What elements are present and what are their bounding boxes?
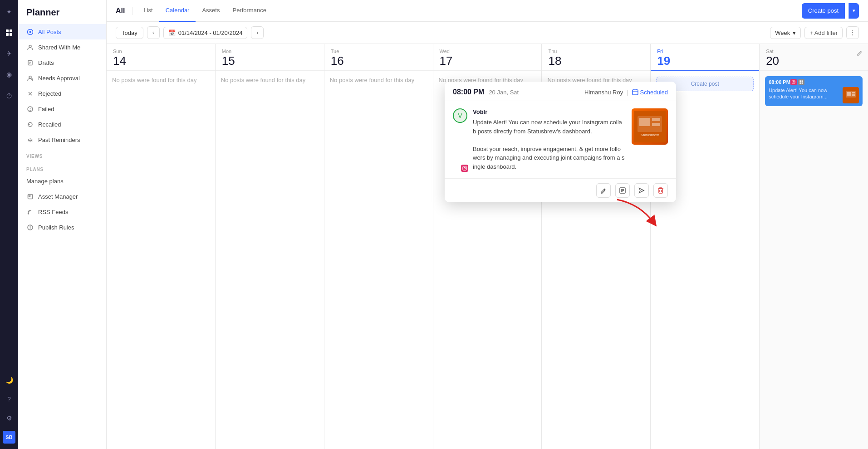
- edit-day-button[interactable]: [854, 48, 864, 58]
- day-name-sun: Sun: [113, 49, 209, 54]
- week-label: Week: [775, 29, 790, 36]
- date-range-label: 01/14/2024 - 01/20/2024: [178, 29, 243, 36]
- planner-icon[interactable]: [3, 26, 15, 39]
- day-header-fri: Fri 19: [651, 44, 759, 71]
- tab-performance[interactable]: Performance: [226, 0, 272, 22]
- help-icon[interactable]: ?: [3, 393, 15, 405]
- svg-rect-35: [633, 90, 638, 95]
- rejected-icon: [26, 90, 34, 97]
- drafts-icon: [26, 59, 34, 66]
- sidebar-item-needs-approval[interactable]: Needs Approval: [18, 70, 106, 86]
- send-icon[interactable]: ✈: [3, 47, 15, 60]
- sidebar-item-shared-with-me[interactable]: Shared With Me: [18, 39, 106, 55]
- instagram-icon: [790, 79, 797, 85]
- sidebar-item-past-reminders[interactable]: Past Reminders: [18, 132, 106, 147]
- logo-icon[interactable]: ✦: [3, 5, 15, 18]
- more-options-button[interactable]: ⋮: [846, 26, 859, 39]
- popup-assignee: Himanshu Roy: [584, 89, 623, 96]
- create-post-button[interactable]: Create post: [802, 3, 845, 19]
- day-col-tue: Tue 16 No posts were found for this day: [324, 44, 433, 449]
- day-num-mon: 15: [222, 55, 318, 67]
- sidebar-item-failed[interactable]: Failed: [18, 101, 106, 117]
- day-body-mon: No posts were found for this day: [216, 71, 324, 449]
- day-header-tue: Tue 16: [324, 44, 433, 71]
- add-filter-button[interactable]: + Add filter: [804, 27, 843, 39]
- day-num-sat: 20: [766, 55, 862, 67]
- sidebar-item-all-posts[interactable]: All Posts: [18, 24, 106, 39]
- post-card-time: 08:00 PM: [769, 79, 790, 85]
- post-card-image: [843, 87, 859, 103]
- messages-icon[interactable]: ◉: [3, 68, 15, 81]
- popup-delete-button[interactable]: [653, 183, 668, 198]
- svg-rect-26: [799, 80, 801, 82]
- day-name-fri: Fri: [657, 49, 753, 54]
- sidebar-item-manage-plans[interactable]: Manage plans: [18, 174, 106, 189]
- tab-list[interactable]: List: [137, 0, 159, 22]
- moon-icon[interactable]: 🌙: [3, 374, 15, 386]
- svg-rect-44: [639, 118, 650, 126]
- popup-status-label: Scheduled: [640, 89, 668, 96]
- popup-time: 08:00 PM: [453, 88, 484, 96]
- day-header-sun: Sun 14: [107, 44, 215, 71]
- sidebar-needs-approval-label: Needs Approval: [38, 75, 80, 82]
- popup-separator: |: [627, 89, 628, 96]
- grid-post-icon: [798, 79, 804, 85]
- svg-point-15: [29, 110, 30, 110]
- post-card-sat[interactable]: 08:00 PM Update Alert! Y: [765, 76, 863, 106]
- asset-manager-label: Asset Manager: [38, 193, 78, 200]
- day-body-sun: No posts were found for this day: [107, 71, 215, 449]
- create-post-dropdown-button[interactable]: ▾: [848, 3, 859, 19]
- popup-footer: [445, 178, 676, 202]
- svg-point-40: [464, 167, 465, 169]
- svg-point-24: [793, 81, 794, 83]
- popup-edit-button[interactable]: [596, 183, 611, 198]
- day-name-tue: Tue: [331, 49, 427, 54]
- svg-marker-52: [639, 188, 644, 193]
- popup-post-image: Statusbrew: [632, 108, 668, 145]
- today-button[interactable]: Today: [116, 27, 143, 39]
- user-avatar-icon[interactable]: SB: [3, 431, 15, 444]
- tab-assets[interactable]: Assets: [196, 0, 226, 22]
- next-week-button[interactable]: ›: [251, 26, 264, 39]
- sidebar-item-recalled[interactable]: Recalled: [18, 117, 106, 132]
- popup-header: 08:00 PM 20 Jan, Sat Himanshu Roy | Sche…: [445, 82, 676, 101]
- sidebar-failed-label: Failed: [38, 106, 54, 112]
- day-num-wed: 17: [440, 55, 535, 67]
- sidebar-drafts-label: Drafts: [38, 59, 54, 66]
- popup-share-button[interactable]: [615, 183, 630, 198]
- svg-rect-23: [792, 81, 795, 84]
- tab-calendar[interactable]: Calendar: [159, 0, 196, 22]
- calendar-icon: 📅: [168, 29, 176, 36]
- day-body-tue: No posts were found for this day: [324, 71, 433, 449]
- day-col-sat: Sat 20 08:00 PM: [760, 44, 868, 449]
- sidebar-item-drafts[interactable]: Drafts: [18, 55, 106, 70]
- popup-platform-icon: [461, 165, 468, 172]
- publish-rules-label: Publish Rules: [38, 224, 74, 231]
- week-dropdown-icon: ▾: [793, 29, 796, 36]
- date-range-button[interactable]: 📅 01/14/2024 - 01/20/2024: [163, 27, 248, 39]
- publish-rules-icon: [26, 224, 34, 231]
- prev-week-button[interactable]: ‹: [147, 26, 160, 39]
- day-num-tue: 16: [331, 55, 427, 67]
- sidebar-item-asset-manager[interactable]: Asset Manager: [18, 189, 106, 204]
- history-icon[interactable]: ◷: [3, 89, 15, 102]
- svg-point-5: [29, 31, 31, 33]
- week-view-select[interactable]: Week ▾: [770, 27, 801, 39]
- settings-icon[interactable]: ⚙: [3, 412, 15, 425]
- sidebar-item-publish-rules[interactable]: Publish Rules: [18, 220, 106, 235]
- calendar-toolbar-right: Week ▾ + Add filter ⋮: [770, 26, 859, 39]
- views-section-label: VIEWS: [18, 147, 106, 161]
- svg-rect-45: [652, 118, 660, 121]
- sidebar-item-rejected[interactable]: Rejected: [18, 86, 106, 101]
- svg-rect-53: [659, 189, 662, 193]
- svg-point-6: [29, 45, 31, 47]
- popup-content: Voblr Update Alert! You can now schedule…: [473, 108, 626, 171]
- post-detail-popup: 08:00 PM 20 Jan, Sat Himanshu Roy | Sche…: [445, 82, 676, 202]
- rss-feeds-label: RSS Feeds: [38, 209, 68, 215]
- no-posts-mon: No posts were found for this day: [221, 76, 319, 84]
- no-posts-sun: No posts were found for this day: [112, 76, 210, 84]
- svg-point-19: [28, 213, 29, 214]
- sidebar-item-rss-feeds[interactable]: RSS Feeds: [18, 204, 106, 220]
- popup-send-button[interactable]: [634, 183, 649, 198]
- icon-rail: ✦ ✈ ◉ ◷ 🌙 ? ⚙ SB: [0, 0, 18, 449]
